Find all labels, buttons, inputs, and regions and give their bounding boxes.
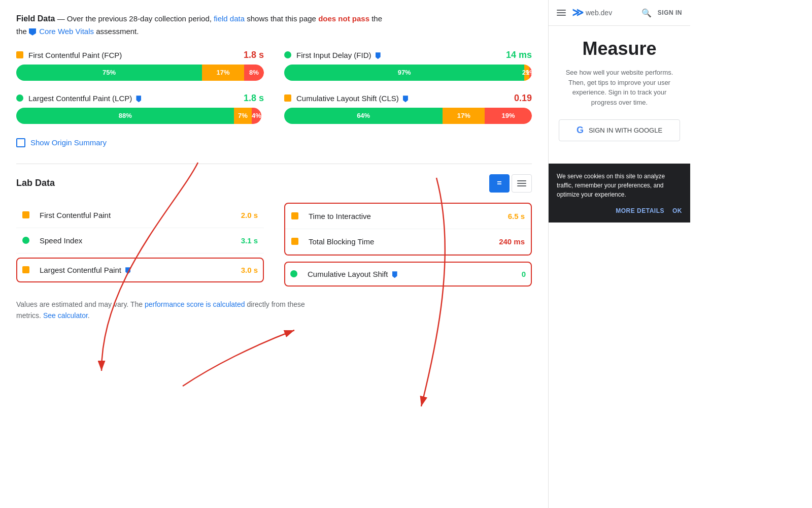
cls-bar-green: 64% [284, 108, 443, 124]
cookie-banner: We serve cookies on this site to analyze… [549, 164, 690, 223]
field-data-label: Field Data [16, 14, 55, 23]
perf-score-link[interactable]: performance score is calculated [145, 300, 245, 308]
lab-cls-flag-icon [392, 271, 397, 278]
measure-desc: See how well your website performs. Then… [559, 68, 680, 107]
footer-text3: metrics. [16, 311, 41, 320]
cls-flag-icon [403, 96, 408, 102]
lab-lcp-row: Largest Contentful Paint 3.0 s [16, 258, 264, 282]
toggle-list-button[interactable] [512, 174, 532, 193]
lab-si-title: Speed Index [40, 236, 241, 245]
fid-title: First Input Delay (FID) [296, 51, 506, 59]
lcp-icon [16, 94, 23, 102]
lab-lcp-icon [22, 266, 29, 273]
lcp-value: 1.8 s [244, 93, 264, 104]
fid-bar: 97% 2% 1% [284, 65, 532, 81]
hamburger-menu-button[interactable] [557, 10, 566, 16]
toggle-list-icon [517, 180, 526, 186]
lcp-bar: 88% 7% 4% [16, 108, 264, 124]
cookie-text: We serve cookies on this site to analyze… [557, 172, 682, 199]
lab-cls-value: 0 [522, 270, 526, 278]
field-data-link[interactable]: field data [214, 14, 245, 23]
fid-flag-icon [376, 52, 381, 59]
ham-line-1 [557, 10, 566, 11]
lab-si-icon [22, 237, 29, 244]
lab-tti-value: 6.5 s [508, 212, 525, 220]
field-data-header: Field Data — Over the previous 28-day co… [16, 12, 532, 38]
lab-tbt-icon [291, 238, 298, 245]
lab-tti-title: Time to Interactive [309, 212, 508, 220]
cls-bar-orange: 17% [443, 108, 485, 124]
fid-icon [284, 51, 291, 58]
fcp-bar-red: 8% [244, 65, 264, 81]
lcp-flag-icon [136, 96, 141, 102]
lcp-bar-red: 4% [252, 108, 262, 124]
toggle-grid-button[interactable]: = [489, 174, 510, 193]
origin-summary-row[interactable]: Show Origin Summary [16, 138, 532, 147]
section-divider [16, 164, 532, 164]
cls-icon [284, 94, 291, 102]
lab-col-right: Time to Interactive 6.5 s Total Blocking… [284, 203, 532, 287]
logo-domain: web.dev [586, 9, 612, 17]
core-web-vitals-flag-icon [29, 28, 36, 36]
origin-summary-checkbox[interactable] [16, 138, 25, 147]
signin-button[interactable]: SIGN IN [658, 9, 682, 16]
measure-title: Measure [559, 38, 680, 59]
description-prefix: — Over the previous 28-day collection pe… [57, 14, 212, 23]
cookie-more-details-button[interactable]: MORE DETAILS [616, 207, 664, 214]
lab-tbt-row: Total Blocking Time 240 ms [285, 229, 531, 255]
logo-chevron: ≫ [572, 6, 584, 19]
view-toggle[interactable]: = [489, 174, 532, 193]
lab-cls-row: Cumulative Layout Shift 0 [284, 262, 532, 287]
fid-bar-green: 97% [284, 65, 524, 81]
lab-si-row: Speed Index 3.1 s [16, 228, 264, 253]
footer-text: Values are estimated and may vary. The p… [16, 299, 532, 322]
fcp-value: 1.8 s [244, 50, 264, 60]
cls-title: Cumulative Layout Shift (CLS) [296, 94, 514, 103]
core-web-vitals-link[interactable]: Core Web Vitals [39, 27, 94, 36]
lab-lcp-title: Largest Contentful Paint [40, 266, 241, 274]
fcp-icon [16, 51, 23, 58]
lab-tti-icon [291, 212, 298, 219]
webdev-topbar: ≫ web.dev 🔍 SIGN IN [549, 0, 690, 26]
lab-fcp-row: First Contentful Paint 2.0 s [16, 203, 264, 228]
google-g-icon: G [577, 125, 584, 136]
lab-data-header: Lab Data = [16, 174, 532, 193]
lab-lcp-flag-icon [125, 267, 130, 274]
lab-cls-icon [290, 270, 297, 277]
does-not-pass-link[interactable]: does not pass [318, 14, 369, 23]
ham-line-3 [557, 15, 566, 16]
google-signin-button[interactable]: G SIGN IN WITH GOOGLE [559, 119, 680, 141]
origin-summary-label[interactable]: Show Origin Summary [30, 138, 107, 147]
lab-fcp-title: First Contentful Paint [40, 211, 241, 219]
lab-cls-title: Cumulative Layout Shift [308, 270, 522, 278]
fid-bar-red: 1% [529, 65, 532, 81]
calculator-link[interactable]: See calculator [43, 311, 88, 320]
google-signin-text: SIGN IN WITH GOOGLE [589, 126, 662, 134]
lab-col-left: First Contentful Paint 2.0 s Speed Index… [16, 203, 264, 287]
fcp-bar-green: 75% [16, 65, 202, 81]
footer-text2: directly from these [247, 300, 304, 308]
fcp-metric-card: First Contentful Paint (FCP) 1.8 s 75% 1… [16, 50, 264, 81]
fid-metric-card: First Input Delay (FID) 14 ms 97% 2% 1% [284, 50, 532, 81]
cls-bar-red: 19% [485, 108, 532, 124]
cls-bar: 64% 17% 19% [284, 108, 532, 124]
lab-lcp-value: 3.0 s [241, 266, 258, 274]
search-icon[interactable]: 🔍 [641, 8, 652, 18]
lcp-title: Largest Contentful Paint (LCP) [28, 94, 244, 103]
cookie-ok-button[interactable]: OK [672, 207, 682, 214]
footer-text4: . [88, 311, 90, 320]
lab-tti-row: Time to Interactive 6.5 s [285, 204, 531, 229]
lab-tbt-title: Total Blocking Time [309, 237, 499, 246]
ham-line-2 [557, 12, 566, 13]
lab-si-value: 3.1 s [241, 236, 258, 245]
toggle-grid-icon: = [497, 179, 501, 188]
assessment-label: assessment. [96, 27, 139, 36]
cls-metric-card: Cumulative Layout Shift (CLS) 0.19 64% 1… [284, 93, 532, 124]
lab-metrics-grid: First Contentful Paint 2.0 s Speed Index… [16, 203, 532, 287]
measure-card: Measure See how well your website perfor… [549, 26, 690, 153]
field-metrics-grid: First Contentful Paint (FCP) 1.8 s 75% 1… [16, 50, 532, 124]
description-suffix: the [371, 14, 382, 23]
fcp-bar: 75% 17% 8% [16, 65, 264, 81]
lcp-bar-green: 88% [16, 108, 234, 124]
lab-tbt-value: 240 ms [499, 237, 525, 246]
